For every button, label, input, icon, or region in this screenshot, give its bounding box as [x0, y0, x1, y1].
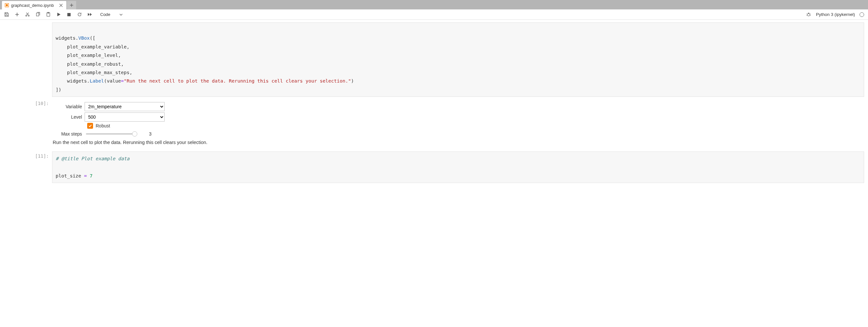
variable-select[interactable]: 2m_temperature — [85, 102, 165, 111]
run-all-icon[interactable] — [87, 12, 92, 17]
level-label: Level — [52, 115, 85, 120]
kernel-name[interactable]: Python 3 (ipykernel) — [816, 12, 855, 17]
cell-type-select[interactable]: Code — [98, 11, 125, 18]
chevron-down-icon — [119, 14, 123, 15]
robust-checkbox[interactable] — [87, 123, 93, 129]
variable-label: Variable — [52, 104, 85, 109]
add-tab-button[interactable] — [67, 1, 76, 9]
notebook-area[interactable]: widgets.VBox([ plot_example_variable, pl… — [0, 20, 868, 327]
widget-info-label: Run the next cell to plot the data. Reru… — [53, 140, 864, 145]
maxsteps-value: 3 — [149, 131, 152, 136]
tab-title: graphcast_demo.ipynb — [11, 3, 54, 8]
svg-rect-1 — [6, 4, 8, 6]
input-prompt — [4, 23, 52, 97]
maxsteps-slider[interactable] — [86, 133, 135, 135]
robust-row: Robust — [52, 123, 864, 129]
toolbar: Code Python 3 (ipykernel) — [0, 9, 868, 20]
robust-label: Robust — [96, 123, 110, 128]
notebook-tab[interactable]: graphcast_demo.ipynb — [2, 1, 66, 9]
slider-thumb[interactable] — [132, 131, 137, 136]
close-icon[interactable] — [59, 3, 64, 8]
code-cell: [11]: # @title Plot example data plot_si… — [0, 152, 868, 183]
bug-icon[interactable] — [806, 12, 811, 17]
widget-output: Variable 2m_temperature Level 500 Robust… — [52, 99, 864, 148]
code-editor[interactable]: widgets.VBox([ plot_example_variable, pl… — [52, 23, 864, 97]
add-cell-icon[interactable] — [14, 12, 20, 17]
notebook-icon — [5, 3, 9, 7]
svg-rect-7 — [67, 13, 71, 16]
cut-icon[interactable] — [25, 12, 30, 17]
code-editor[interactable]: # @title Plot example data plot_size = 7 — [52, 152, 864, 183]
variable-row: Variable 2m_temperature — [52, 102, 864, 111]
restart-icon[interactable] — [77, 12, 82, 17]
paste-icon[interactable] — [45, 12, 51, 17]
input-prompt: [11]: — [4, 152, 52, 183]
stop-icon[interactable] — [66, 12, 71, 17]
output-cell: [10]: Variable 2m_temperature Level 500 … — [0, 99, 868, 148]
level-row: Level 500 — [52, 112, 864, 122]
run-icon[interactable] — [56, 12, 61, 17]
maxsteps-label: Max steps — [52, 131, 85, 136]
code-cell: widgets.VBox([ plot_example_variable, pl… — [0, 23, 868, 97]
svg-rect-4 — [36, 13, 39, 16]
save-icon[interactable] — [4, 12, 9, 17]
copy-icon[interactable] — [35, 12, 40, 17]
level-select[interactable]: 500 — [85, 112, 165, 122]
svg-point-2 — [25, 15, 27, 16]
kernel-status-icon[interactable] — [860, 12, 864, 17]
svg-point-3 — [28, 15, 29, 16]
svg-point-8 — [807, 14, 810, 16]
tab-bar: graphcast_demo.ipynb — [0, 0, 868, 9]
cell-type-label: Code — [100, 12, 110, 17]
output-prompt: [10]: — [4, 99, 52, 148]
maxsteps-row: Max steps 3 — [52, 131, 864, 136]
